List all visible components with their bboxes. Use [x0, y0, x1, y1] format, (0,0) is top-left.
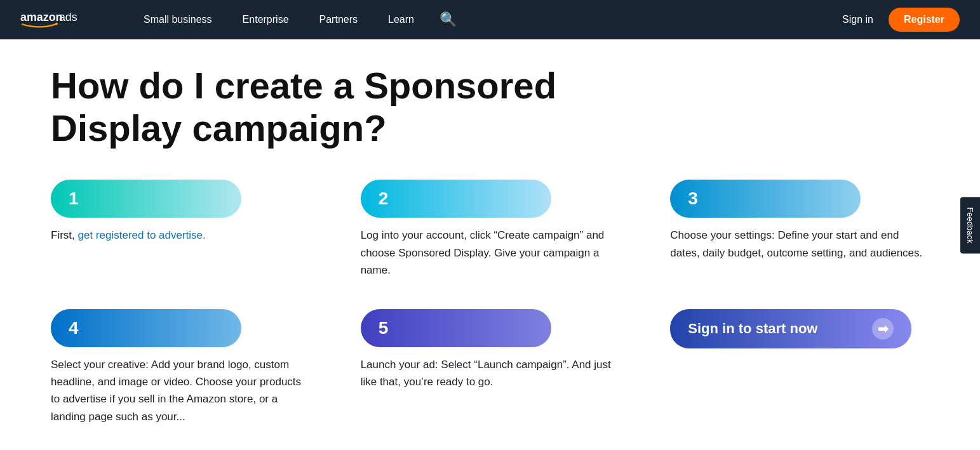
arrow-circle-icon: ➡ — [872, 318, 894, 340]
nav-right: Sign in Register — [842, 8, 960, 32]
logo[interactable]: amazon ads — [20, 8, 103, 32]
step-1-text: First, get registered to advertise. — [51, 227, 310, 244]
nav-learn[interactable]: Learn — [373, 0, 429, 39]
nav-partners[interactable]: Partners — [304, 0, 373, 39]
nav-links: Small business Enterprise Partners Learn… — [128, 0, 842, 39]
signin-start-button[interactable]: Sign in to start now ➡ — [670, 309, 911, 348]
step-2-text: Log into your account, click “Create cam… — [361, 227, 620, 279]
step-4: 4 Select your creative: Add your brand l… — [51, 309, 310, 425]
search-icon[interactable]: 🔍 — [429, 0, 467, 39]
signin-start-label: Sign in to start now — [688, 321, 817, 337]
step-1-number: 1 — [69, 189, 79, 209]
step-5: 5 Launch your ad: Select “Launch campaig… — [361, 309, 620, 425]
step-4-number: 4 — [69, 318, 79, 338]
svg-text:ads: ads — [59, 11, 77, 23]
step-2: 2 Log into your account, click “Create c… — [361, 180, 620, 279]
step-2-number: 2 — [379, 189, 389, 209]
feedback-tab[interactable]: Feedback — [960, 197, 980, 253]
step-5-badge: 5 — [361, 309, 551, 347]
step-cta: Sign in to start now ➡ — [670, 309, 929, 425]
register-link[interactable]: get registered to advertise. — [78, 229, 206, 241]
step-3-text: Choose your settings: Define your start … — [670, 227, 929, 261]
step-1: 1 First, get registered to advertise. — [51, 180, 310, 279]
signin-link[interactable]: Sign in — [842, 14, 873, 25]
nav-enterprise[interactable]: Enterprise — [227, 0, 304, 39]
step-5-number: 5 — [379, 318, 389, 338]
step-2-badge: 2 — [361, 180, 551, 218]
register-button[interactable]: Register — [889, 8, 960, 32]
navbar: amazon ads Small business Enterprise Par… — [0, 0, 980, 39]
steps-grid: 1 First, get registered to advertise. 2 … — [51, 180, 929, 425]
step-3-badge: 3 — [670, 180, 861, 218]
main-content: How do I create a Sponsored Display camp… — [0, 39, 980, 450]
step-4-badge: 4 — [51, 309, 241, 347]
svg-text:amazon: amazon — [20, 11, 63, 23]
page-title: How do I create a Sponsored Display camp… — [51, 65, 622, 149]
step-5-text: Launch your ad: Select “Launch campaign”… — [361, 356, 620, 390]
step-3: 3 Choose your settings: Define your star… — [670, 180, 929, 279]
step-1-badge: 1 — [51, 180, 241, 218]
svg-point-1 — [55, 22, 58, 25]
step-3-number: 3 — [688, 189, 698, 209]
nav-small-business[interactable]: Small business — [128, 0, 227, 39]
step-4-text: Select your creative: Add your brand log… — [51, 356, 310, 425]
